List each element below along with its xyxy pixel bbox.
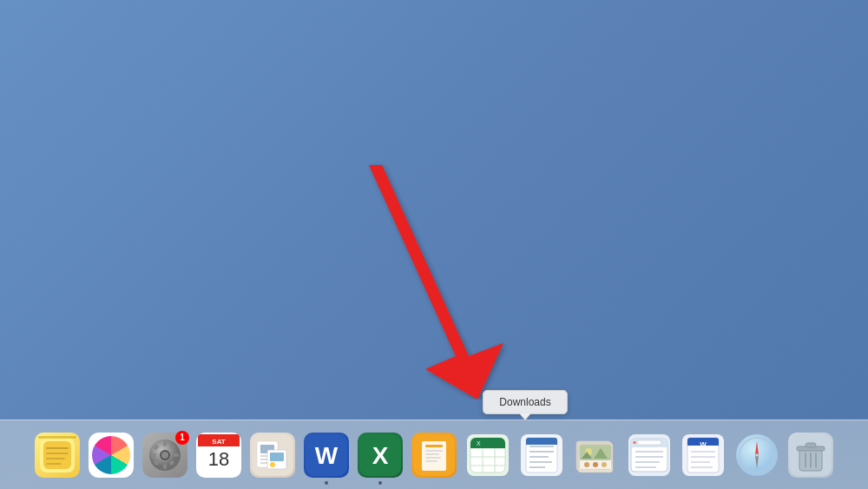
svg-rect-78 (637, 440, 661, 445)
svg-rect-52 (470, 443, 505, 448)
dock-item-system-preferences[interactable]: 1 (141, 431, 189, 479)
svg-point-9 (161, 452, 168, 459)
desktop: Downloads (0, 0, 868, 489)
svg-rect-42 (425, 457, 441, 459)
dock-item-excel[interactable]: X (356, 431, 404, 479)
svg-text:SAT: SAT (212, 438, 226, 446)
dock-item-spreadsheet-doc[interactable]: X (464, 431, 512, 479)
dock-item-word-doc[interactable]: W (679, 431, 727, 479)
svg-rect-40 (425, 450, 443, 452)
svg-point-71 (584, 462, 589, 467)
spreadsheet-doc-icon: X (465, 433, 510, 478)
system-preferences-badge: 1 (175, 431, 189, 445)
svg-point-93 (736, 434, 778, 476)
svg-point-79 (634, 441, 636, 444)
preview-icon (250, 433, 295, 478)
svg-rect-11 (163, 464, 167, 469)
word-doc-icon: W (681, 433, 726, 478)
svg-rect-62 (526, 441, 557, 445)
svg-text:X: X (477, 440, 481, 446)
svg-rect-100 (806, 443, 816, 447)
svg-rect-2 (43, 441, 71, 469)
dock-item-pages[interactable] (410, 431, 458, 479)
word-icon: W (304, 433, 349, 478)
svg-rect-13 (174, 453, 179, 457)
photos-icon (89, 433, 134, 478)
dock-item-photo-stack[interactable] (571, 431, 620, 479)
svg-rect-31 (270, 453, 284, 461)
downloads-tooltip: Downloads (483, 390, 568, 414)
dock-item-photos[interactable] (87, 431, 135, 479)
dock-item-preview[interactable] (248, 431, 297, 479)
svg-text:18: 18 (208, 448, 229, 470)
pointer-arrow (321, 148, 556, 400)
svg-text:W: W (315, 442, 339, 469)
svg-text:W: W (700, 440, 707, 448)
browser-doc-icon (627, 433, 672, 478)
dock-item-safari[interactable] (733, 431, 781, 479)
calendar-icon: SAT 18 (196, 433, 241, 478)
svg-rect-12 (151, 453, 156, 457)
notes-icon (35, 433, 80, 478)
photo-stack-icon (573, 433, 618, 478)
dock-item-notes[interactable] (33, 431, 82, 479)
trash-icon (788, 433, 833, 478)
svg-rect-39 (425, 445, 443, 447)
safari-icon (734, 433, 779, 478)
text-doc-icon (519, 433, 564, 478)
svg-marker-0 (347, 165, 503, 400)
svg-rect-10 (163, 441, 167, 446)
dock-item-calendar[interactable]: SAT 18 (194, 431, 243, 479)
system-preferences-icon: 1 (142, 433, 187, 478)
pages-icon (411, 433, 457, 478)
excel-icon: X (358, 433, 403, 478)
svg-text:X: X (372, 442, 389, 469)
word-dot (325, 481, 328, 485)
dock-item-text-doc[interactable] (517, 431, 566, 479)
svg-point-32 (270, 462, 275, 467)
dock-item-browser-doc[interactable] (625, 431, 674, 479)
dock: 1 SAT 18 (0, 420, 868, 489)
excel-dot (378, 481, 382, 485)
svg-point-72 (593, 462, 598, 467)
dock-item-trash[interactable] (786, 431, 835, 479)
svg-rect-43 (425, 460, 437, 462)
dock-item-word[interactable]: W (302, 431, 351, 479)
svg-rect-41 (425, 453, 439, 455)
svg-point-73 (602, 462, 607, 467)
tooltip-label: Downloads (499, 396, 550, 408)
